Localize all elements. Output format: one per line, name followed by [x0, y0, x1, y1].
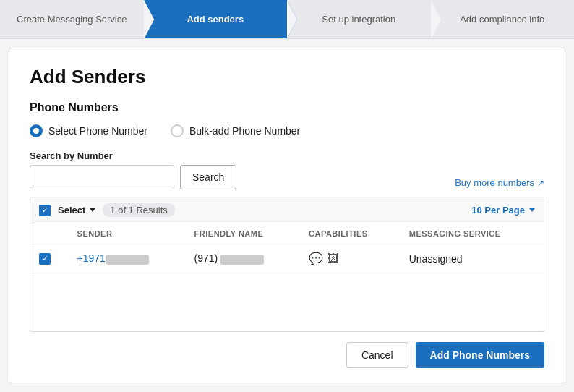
table-toolbar: Select 1 of 1 Results 10 Per Page	[30, 197, 544, 223]
search-input[interactable]	[30, 165, 174, 189]
row-capabilities-cell: 💬 🖼	[300, 244, 400, 273]
mms-icon: 🖼	[327, 252, 339, 265]
step-set-up-integration[interactable]: Set up integration	[287, 0, 431, 38]
search-left: Search by Number Search	[30, 150, 236, 189]
step-add-compliance-info[interactable]: Add compliance info	[431, 0, 575, 38]
results-count: 1 of 1 Results	[103, 203, 175, 217]
page-title: Add Senders	[30, 66, 544, 88]
search-row: Search by Number Search Buy more numbers	[30, 150, 544, 189]
radio-select-phone[interactable]: Select Phone Number	[30, 124, 147, 137]
table-row: +1971 (971) 💬 🖼 Unassigned	[30, 244, 544, 273]
col-sender: SENDER	[69, 223, 186, 244]
col-capabilities: CAPABILITIES	[300, 223, 400, 244]
search-label: Search by Number	[30, 150, 236, 161]
footer: Cancel Add Phone Numbers	[30, 332, 544, 371]
step-label: Create Messaging Service	[17, 14, 127, 25]
add-phone-numbers-button[interactable]: Add Phone Numbers	[416, 342, 544, 368]
per-page-dropdown[interactable]: 10 Per Page	[471, 205, 535, 216]
buy-more-numbers-link[interactable]: Buy more numbers	[455, 177, 544, 189]
per-page-chevron-icon	[529, 208, 535, 212]
row-checkbox[interactable]	[39, 253, 51, 265]
table-wrapper: Select 1 of 1 Results 10 Per Page SENDER…	[30, 197, 544, 332]
radio-bulk-add[interactable]: Bulk-add Phone Number	[171, 124, 300, 137]
stepper: Create Messaging Service Add senders Set…	[0, 0, 574, 39]
chevron-down-icon	[90, 208, 95, 212]
row-checkbox-cell[interactable]	[30, 244, 69, 273]
select-all-checkbox[interactable]	[39, 205, 51, 216]
main-card: Add Senders Phone Numbers Select Phone N…	[9, 48, 565, 383]
step-label: Set up integration	[322, 14, 395, 25]
row-friendly-name-cell: (971)	[186, 244, 300, 273]
search-input-wrap: Search	[30, 165, 236, 189]
row-messaging-service-cell: Unassigned	[400, 244, 544, 273]
row-sender-cell: +1971	[69, 244, 186, 273]
radio-group: Select Phone Number Bulk-add Phone Numbe…	[30, 124, 544, 137]
section-title: Phone Numbers	[30, 101, 544, 114]
search-button[interactable]: Search	[180, 165, 236, 189]
sender-redacted	[106, 255, 149, 265]
sender-phone-link[interactable]: +1971	[77, 252, 149, 264]
col-messaging-service: MESSAGING SERVICE	[400, 223, 544, 244]
friendly-name-redacted	[220, 255, 264, 265]
cancel-button[interactable]: Cancel	[346, 342, 408, 368]
select-dropdown[interactable]: Select	[58, 205, 95, 216]
external-link-icon	[537, 177, 544, 188]
step-label: Add senders	[187, 14, 244, 25]
sms-icon: 💬	[309, 252, 323, 265]
col-friendly-name: FRIENDLY NAME	[186, 223, 300, 244]
capabilities-icons: 💬 🖼	[309, 252, 392, 265]
step-add-senders[interactable]: Add senders	[144, 0, 288, 38]
phone-numbers-table: SENDER FRIENDLY NAME CAPABILITIES MESSAG…	[30, 223, 544, 273]
step-label: Add compliance info	[460, 14, 544, 25]
col-checkbox	[30, 223, 69, 244]
table-header-row: SENDER FRIENDLY NAME CAPABILITIES MESSAG…	[30, 223, 544, 244]
step-create-messaging-service[interactable]: Create Messaging Service	[0, 0, 144, 38]
